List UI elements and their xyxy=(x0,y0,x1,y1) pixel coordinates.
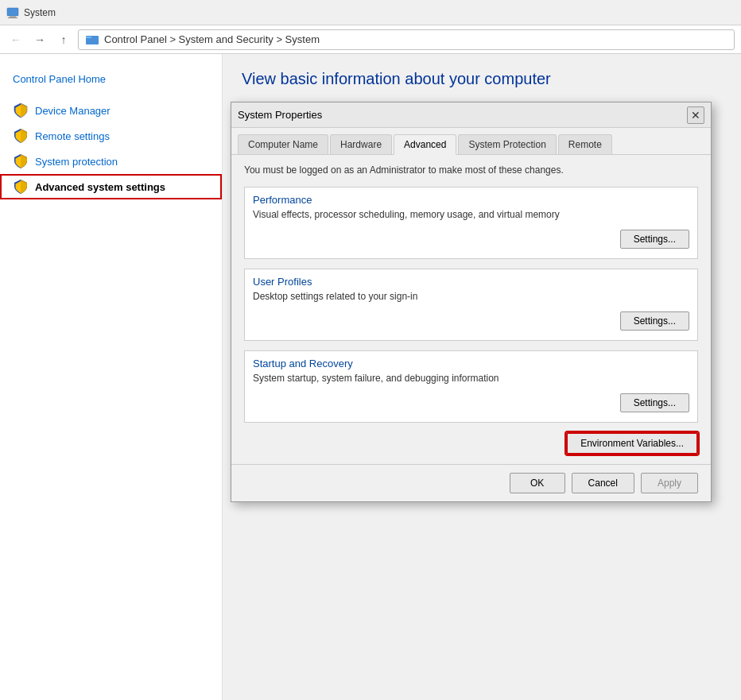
apply-button[interactable]: Apply xyxy=(641,473,698,493)
performance-title: Performance xyxy=(253,194,689,206)
user-profiles-title: User Profiles xyxy=(253,276,689,288)
svg-rect-2 xyxy=(8,17,17,18)
tabs-bar: Computer Name Hardware Advanced System P… xyxy=(231,128,711,155)
window-title: System xyxy=(24,7,56,18)
cancel-button[interactable]: Cancel xyxy=(572,473,634,493)
startup-recovery-section: Startup and Recovery System startup, sys… xyxy=(244,350,698,423)
sidebar-item-remote-settings[interactable]: Remote settings xyxy=(0,123,222,149)
performance-desc: Visual effects, processor scheduling, me… xyxy=(253,209,689,220)
title-bar: System xyxy=(0,0,741,25)
folder-icon xyxy=(85,33,99,47)
svg-rect-1 xyxy=(10,16,16,17)
sidebar-item-advanced-settings[interactable]: Advanced system settings xyxy=(0,174,222,199)
performance-settings-row: Settings... xyxy=(253,226,689,252)
user-profiles-section: User Profiles Desktop settings related t… xyxy=(244,269,698,341)
environment-variables-button[interactable]: Environment Variables... xyxy=(566,432,698,454)
admin-notice: You must be logged on as an Administrato… xyxy=(244,164,698,176)
svg-rect-0 xyxy=(7,8,18,16)
startup-recovery-settings-button[interactable]: Settings... xyxy=(620,393,689,412)
svg-rect-4 xyxy=(86,37,91,38)
performance-settings-button[interactable]: Settings... xyxy=(620,230,689,249)
sidebar: Control Panel Home Device Manager Remote… xyxy=(0,54,223,700)
ok-button[interactable]: OK xyxy=(510,473,565,493)
performance-section: Performance Visual effects, processor sc… xyxy=(244,187,698,259)
main-layout: Control Panel Home Device Manager Remote… xyxy=(0,54,741,700)
startup-recovery-settings-row: Settings... xyxy=(253,390,689,416)
shield-icon-device xyxy=(13,102,29,118)
user-profiles-settings-button[interactable]: Settings... xyxy=(620,311,689,331)
env-vars-row: Environment Variables... xyxy=(244,432,698,454)
tab-computer-name[interactable]: Computer Name xyxy=(238,134,328,154)
user-profiles-settings-row: Settings... xyxy=(253,308,689,334)
system-icon xyxy=(6,6,19,19)
tab-system-protection[interactable]: System Protection xyxy=(458,134,556,154)
tab-advanced[interactable]: Advanced xyxy=(394,134,456,155)
back-button[interactable]: ← xyxy=(6,30,25,49)
dialog-title: System Properties xyxy=(238,109,322,121)
shield-icon-remote xyxy=(13,128,29,144)
shield-icon-advanced xyxy=(13,179,29,195)
sidebar-home[interactable]: Control Panel Home xyxy=(0,67,222,98)
sidebar-item-device-manager[interactable]: Device Manager xyxy=(0,98,222,123)
sidebar-item-system-protection[interactable]: System protection xyxy=(0,149,222,174)
startup-recovery-desc: System startup, system failure, and debu… xyxy=(253,373,689,384)
content-area: View basic information about your comput… xyxy=(223,54,741,700)
dialog-close-button[interactable]: ✕ xyxy=(687,106,704,124)
dialog-footer: OK Cancel Apply xyxy=(231,464,711,501)
dialog-content: You must be logged on as an Administrato… xyxy=(231,155,711,464)
system-properties-dialog: System Properties ✕ Computer Name Hardwa… xyxy=(231,102,712,502)
page-title: View basic information about your comput… xyxy=(242,70,722,88)
address-path[interactable]: Control Panel > System and Security > Sy… xyxy=(78,29,735,50)
shield-icon-protection xyxy=(13,153,29,169)
address-bar: ← → ↑ Control Panel > System and Securit… xyxy=(0,25,741,54)
forward-button[interactable]: → xyxy=(30,30,49,49)
tab-hardware[interactable]: Hardware xyxy=(330,134,392,154)
user-profiles-desc: Desktop settings related to your sign-in xyxy=(253,291,689,302)
up-button[interactable]: ↑ xyxy=(54,30,73,49)
startup-recovery-title: Startup and Recovery xyxy=(253,358,689,369)
dialog-titlebar: System Properties ✕ xyxy=(231,102,711,128)
tab-remote[interactable]: Remote xyxy=(558,134,612,154)
